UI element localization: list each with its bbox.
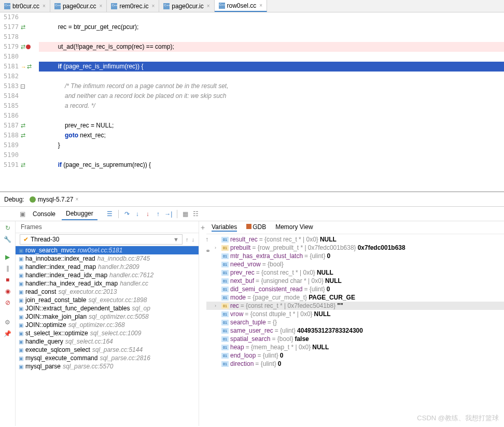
variable-row[interactable]: 01 same_user_rec = {ulint} 4049353123783… — [206, 326, 504, 335]
frame-icon: ▣ — [19, 314, 23, 320]
variable-row[interactable]: 01 spatial_search = {bool} false — [206, 335, 504, 343]
run-config-name[interactable]: mysql-5.7.27 — [38, 196, 74, 203]
file-tabs: btr0cur.cc×page0cur.cc×rem0rec.ic×page0c… — [0, 0, 504, 12]
step-over-icon[interactable]: ↷ — [123, 210, 131, 218]
stack-frame[interactable]: ▣handler::index_read_idx_map handler.cc:… — [16, 271, 199, 279]
variable-row[interactable]: 01 search_tuple = {} — [206, 318, 504, 326]
stack-frame[interactable]: ▣read_const sql_executor.cc:2013 — [16, 288, 199, 296]
thread-selector[interactable]: ✔ Thread-30 ▼ — [20, 234, 183, 245]
variable-row[interactable]: 01 mtr_has_extra_clust_latch = {ulint} 0 — [206, 252, 504, 260]
stack-frame[interactable]: ▣mysql_execute_command sql_parse.cc:2816 — [16, 354, 199, 362]
code-editor[interactable]: 51765177⇄51785179⇄ 51805181→⇄51825183–51… — [0, 12, 504, 191]
run-to-cursor-icon[interactable]: →| — [164, 210, 173, 218]
close-icon[interactable]: × — [259, 3, 262, 8]
prev-frame-icon[interactable]: ↑ — [186, 236, 189, 243]
gutter: 51765177⇄51785179⇄ 51805181→⇄51825183–51… — [0, 12, 39, 191]
variable-row[interactable]: 01 direction = {ulint} 0 — [206, 360, 504, 368]
stack-frame[interactable]: ▣handler::index_read_map handler.h:2809 — [16, 263, 199, 271]
close-icon[interactable]: × — [100, 3, 103, 9]
stop-icon[interactable]: ■ — [4, 276, 11, 283]
var-type-icon: 01 — [221, 253, 229, 259]
prev-diff-icon[interactable]: ↑ — [205, 236, 218, 243]
show-execution-point-icon[interactable]: ☰ — [106, 210, 114, 218]
stack-frame[interactable]: ▣execute_sqlcom_select sql_parse.cc:5144 — [16, 346, 199, 354]
file-tab[interactable]: rem0rec.ic× — [107, 0, 159, 12]
link-icon[interactable]: ⚭ — [205, 247, 218, 254]
stack-frame[interactable]: ▣handler::ha_index_read_idx_map handler.… — [16, 279, 199, 288]
resume-icon[interactable]: ▶ — [4, 253, 11, 261]
pause-icon[interactable]: ∥ — [4, 265, 11, 272]
var-type-icon: 01 — [221, 328, 229, 334]
rerun-icon[interactable]: ↻ — [4, 224, 11, 232]
var-type-icon: 01 — [221, 287, 229, 292]
file-tab[interactable]: page0cur.ic× — [159, 0, 214, 12]
open-console-icon[interactable]: ▣ — [18, 210, 26, 218]
stack-frame[interactable]: ▣row_search_mvcc row0sel.cc:5181 — [16, 246, 199, 254]
close-icon[interactable]: × — [75, 196, 78, 202]
var-type-icon: 01 — [221, 320, 229, 325]
var-type-icon: 01 — [221, 262, 229, 267]
gdb-tab[interactable]: GDB — [246, 223, 266, 232]
frame-icon: ▣ — [19, 256, 23, 262]
variable-row[interactable]: 01 mode = {page_cur_mode_t} PAGE_CUR_GE — [206, 293, 504, 302]
debug-header: Debug: mysql-5.7.27 × — [0, 192, 504, 207]
variable-row[interactable]: 01 vrow = {const dtuple_t * | 0x0} NULL — [206, 310, 504, 318]
var-type-icon: 01 — [221, 336, 229, 342]
var-type-icon: 01 — [221, 270, 229, 276]
variables-list[interactable]: 01 result_rec = {const rec_t * | 0x0} NU… — [206, 234, 504, 426]
variable-row[interactable]: 01 did_semi_consistent_read = {ulint} 0 — [206, 285, 504, 293]
left-rail: ↻ 🔧 ▶ ∥ ■ ◉ ⊘ ⚙ 📌 — [0, 221, 16, 426]
stack-frame[interactable]: ▣JOIN::extract_func_dependent_tables sql… — [16, 304, 199, 312]
variables-tab[interactable]: Variables — [212, 223, 237, 232]
settings-icon[interactable]: 🔧 — [4, 236, 11, 243]
stack-frame[interactable]: ▣JOIN::make_join_plan sql_optimizer.cc:5… — [16, 312, 199, 321]
step-into-icon[interactable]: ↓ — [133, 210, 142, 218]
close-icon[interactable]: × — [207, 3, 210, 9]
step-out-icon[interactable]: ↑ — [154, 210, 162, 218]
gear-icon[interactable]: ⚙ — [4, 319, 11, 326]
frame-icon: ▣ — [19, 248, 23, 253]
frame-icon: ▣ — [19, 281, 23, 287]
view-breakpoints-icon[interactable]: ◉ — [4, 288, 11, 295]
variable-row[interactable]: 01 result_rec = {const rec_t * | 0x0} NU… — [206, 235, 504, 244]
close-icon[interactable]: × — [151, 3, 155, 9]
frame-icon: ▣ — [19, 339, 23, 345]
next-frame-icon[interactable]: ↓ — [192, 236, 195, 243]
variable-row[interactable]: 01 next_buf = {unsigned char * | 0x0} NU… — [206, 277, 504, 285]
frames-list[interactable]: ▣row_search_mvcc row0sel.cc:5181▣ha_inno… — [16, 246, 199, 426]
stack-frame[interactable]: ▣JOIN::optimize sql_optimizer.cc:368 — [16, 321, 199, 329]
mute-breakpoints-icon[interactable]: ⊘ — [4, 299, 11, 306]
variable-row[interactable]: 01 end_loop = {ulint} 0 — [206, 351, 504, 360]
stack-frame[interactable]: ▣st_select_lex::optimize sql_select.cc:1… — [16, 329, 199, 337]
debugger-toolbar: ▣ Console Debugger ☰ ↷ ↓ ↓ ↑ →| ▦ ☷ — [0, 207, 504, 221]
evaluate-expression-icon[interactable]: ▦ — [181, 210, 190, 218]
variable-row[interactable]: ›01 rec = {const rec_t * | 0x7fedec5041b… — [206, 302, 504, 310]
more-icon[interactable]: ☷ — [192, 210, 200, 218]
cpp-file-icon — [163, 3, 170, 9]
variable-row[interactable]: ›01 prebuilt = {row_prebuilt_t * | 0x7fe… — [206, 244, 504, 252]
variable-row[interactable]: 01 need_vrow = {bool} — [206, 260, 504, 268]
chevron-down-icon[interactable]: ▼ — [173, 236, 179, 243]
pin-icon[interactable]: 📌 — [4, 330, 11, 337]
thread-name: Thread-30 — [31, 236, 59, 243]
stack-frame[interactable]: ▣mysql_parse sql_parse.cc:5570 — [16, 362, 199, 371]
debugger-tab[interactable]: Debugger — [62, 208, 97, 220]
var-type-icon: 01 — [221, 353, 229, 359]
close-icon[interactable]: × — [43, 3, 46, 9]
file-tab[interactable]: row0sel.cc× — [215, 0, 268, 12]
debug-panels: ↻ 🔧 ▶ ∥ ■ ◉ ⊘ ⚙ 📌 Frames ✔ Thread-30 ▼ ↑… — [0, 221, 504, 426]
variable-row[interactable]: 01 heap = {mem_heap_t * | 0x0} NULL — [206, 343, 504, 351]
stack-frame[interactable]: ▣join_read_const_table sql_executor.cc:1… — [16, 296, 199, 304]
stack-frame[interactable]: ▣handle_query sql_select.cc:164 — [16, 337, 199, 346]
run-config-icon — [30, 196, 36, 203]
file-tab[interactable]: btr0cur.cc× — [0, 0, 50, 12]
force-step-into-icon[interactable]: ↓ — [144, 210, 152, 218]
code-area[interactable]: rec = btr_pcur_get_rec(pcur); ut_ad(!!pa… — [39, 12, 504, 191]
stack-frame[interactable]: ▣ha_innobase::index_read ha_innodb.cc:87… — [16, 254, 199, 263]
variable-row[interactable]: 01 prev_rec = {const rec_t * | 0x0} NULL — [206, 268, 504, 277]
file-tab[interactable]: page0cur.cc× — [50, 0, 107, 12]
console-tab[interactable]: Console — [29, 208, 60, 220]
frame-icon: ▣ — [19, 364, 23, 369]
memory-view-tab[interactable]: Memory View — [275, 223, 313, 232]
frame-icon: ▣ — [19, 355, 23, 361]
